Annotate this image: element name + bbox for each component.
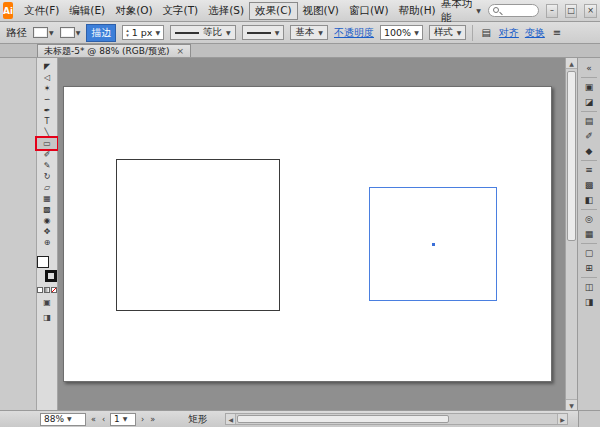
magic-wand-tool[interactable]: ✶ <box>37 83 57 94</box>
align-panel-link[interactable]: 对齐 <box>499 26 519 40</box>
scroll-up-icon[interactable]: ▲ <box>566 58 577 69</box>
lasso-tool[interactable]: ∽ <box>37 94 57 105</box>
menu-object[interactable]: 对象(O) <box>110 3 157 19</box>
document-tab[interactable]: 未标题-5* @ 88% (RGB/预览) × <box>37 44 191 57</box>
stroke-swatch-icon <box>60 27 75 38</box>
gradient-panel-icon[interactable]: ▩ <box>580 178 599 192</box>
align-panel-icon[interactable]: ◫ <box>580 280 599 294</box>
chevron-down-icon: ▼ <box>318 30 323 36</box>
menu-select[interactable]: 选择(S) <box>203 3 249 19</box>
symbols-panel-icon[interactable]: ◆ <box>580 144 599 158</box>
opacity-field[interactable]: 100% ▼ <box>380 25 423 40</box>
next-artboard-button[interactable]: › <box>140 415 145 424</box>
status-bar: 88% ▼ « ‹ 1 ▼ › » 矩形 ◀ ▶ <box>0 410 600 427</box>
direct-selection-tool[interactable]: ◁ <box>37 72 57 83</box>
shape-options-icon[interactable]: ▤ <box>479 27 492 38</box>
rectangle-shape-blue-selected[interactable] <box>369 187 497 301</box>
fill-color-swatch[interactable]: ▼ <box>33 27 54 38</box>
rectangle-tool[interactable]: ▭ <box>37 138 57 149</box>
close-button[interactable]: × <box>584 4 596 18</box>
panel-menu-icon[interactable]: ≡ <box>551 27 563 38</box>
control-bar: 路径 ▼ ▼ 描边 ▴▾ 1 px ▼ 等比 ▼ ▼ 基本 ▼ <box>0 22 600 44</box>
artboard[interactable] <box>63 86 552 382</box>
screen-mode-button[interactable]: ◨ <box>39 312 55 323</box>
minimize-button[interactable]: – <box>546 4 558 18</box>
swatches-panel-icon[interactable]: ▤ <box>580 114 599 128</box>
artboard-number-field[interactable]: 1 ▼ <box>110 413 136 426</box>
expand-dock-icon[interactable]: « <box>580 61 599 75</box>
stepper-icon[interactable]: ▴▾ <box>126 28 129 38</box>
brushes-panel-icon[interactable]: ✐ <box>580 129 599 143</box>
chevron-down-icon: ▼ <box>476 8 481 14</box>
last-artboard-button[interactable]: » <box>149 415 156 424</box>
workspace-switcher[interactable]: 基本功能 ▼ <box>441 0 481 25</box>
menubar-right: 基本功能 ▼ – □ × <box>441 0 600 25</box>
menu-type[interactable]: 文字(T) <box>158 3 204 19</box>
search-icon <box>493 7 499 13</box>
eyedropper-tool[interactable]: ◉ <box>37 215 57 226</box>
stroke-width-field[interactable]: ▴▾ 1 px ▼ <box>122 25 164 40</box>
draw-mode-button[interactable]: ▣ <box>39 297 55 308</box>
horizontal-scrollbar-thumb[interactable] <box>237 415 448 423</box>
scroll-down-icon[interactable]: ▼ <box>566 399 577 410</box>
pathfinder-panel-icon[interactable]: ◨ <box>580 295 599 309</box>
mesh-tool[interactable]: ▦ <box>37 193 57 204</box>
first-artboard-button[interactable]: « <box>90 415 97 424</box>
pen-tool[interactable]: ✒ <box>37 105 57 116</box>
scale-tool[interactable]: ▱ <box>37 182 57 193</box>
horizontal-scrollbar[interactable]: ◀ ▶ <box>225 413 568 425</box>
appearance-panel-icon[interactable]: ◎ <box>580 212 599 226</box>
hand-tool[interactable]: ✥ <box>37 226 57 237</box>
left-gutter <box>0 58 36 410</box>
search-input[interactable] <box>488 4 539 17</box>
stroke-color-swatch[interactable]: ▼ <box>60 27 81 38</box>
fill-color-well[interactable] <box>37 256 49 268</box>
menu-window[interactable]: 窗口(W) <box>344 3 394 19</box>
opacity-panel-link[interactable]: 不透明度 <box>334 26 374 40</box>
none-button[interactable] <box>51 287 57 293</box>
maximize-button[interactable]: □ <box>565 4 577 18</box>
paintbrush-tool[interactable]: ✐ <box>37 149 57 160</box>
app-logo-icon: Ai <box>3 2 13 19</box>
scroll-left-icon[interactable]: ◀ <box>226 414 236 424</box>
vertical-scrollbar[interactable]: ▲ ▼ <box>565 58 577 410</box>
stroke-panel-icon[interactable]: ≡ <box>580 163 599 177</box>
gradient-tool[interactable]: ▩ <box>37 204 57 215</box>
zoom-tool[interactable]: ⊕ <box>37 237 57 248</box>
rotate-tool[interactable]: ↻ <box>37 171 57 182</box>
zoom-level-field[interactable]: 88% ▼ <box>40 413 86 426</box>
pasteboard[interactable] <box>58 58 565 410</box>
color-panel-icon[interactable]: ▣ <box>580 80 599 94</box>
stroke-color-well[interactable] <box>45 270 57 282</box>
type-tool[interactable]: T <box>37 116 57 127</box>
divider <box>581 243 597 244</box>
pencil-tool[interactable]: ✎ <box>37 160 57 171</box>
rectangle-shape-black[interactable] <box>116 159 280 311</box>
tab-close-icon[interactable]: × <box>177 47 185 56</box>
line-segment-tool[interactable]: ╲ <box>37 127 57 138</box>
artboards-panel-icon[interactable]: ⊞ <box>580 261 599 275</box>
menu-edit[interactable]: 编辑(E) <box>64 3 110 19</box>
menu-help[interactable]: 帮助(H) <box>394 3 441 19</box>
brush-definition-dropdown[interactable]: 基本 ▼ <box>290 25 328 40</box>
transform-panel-link[interactable]: 变换 <box>525 26 545 40</box>
menu-effect[interactable]: 效果(C) <box>249 2 298 20</box>
color-guide-panel-icon[interactable]: ◪ <box>580 95 599 109</box>
vertical-scrollbar-thumb[interactable] <box>567 71 576 241</box>
scroll-right-icon[interactable]: ▶ <box>557 414 567 424</box>
stroke-style-dropdown[interactable]: ▼ <box>242 25 285 40</box>
menu-file[interactable]: 文件(F) <box>19 3 64 19</box>
current-tool-status: 矩形 <box>188 413 207 426</box>
graphic-styles-panel-icon[interactable]: ▦ <box>580 227 599 241</box>
layers-panel-icon[interactable]: ▢ <box>580 246 599 260</box>
gradient-button[interactable] <box>44 287 50 293</box>
stroke-preview-icon <box>175 32 199 34</box>
previous-artboard-button[interactable]: ‹ <box>101 415 106 424</box>
selection-tool[interactable]: ◤ <box>37 61 57 72</box>
stroke-panel-link[interactable]: 描边 <box>86 24 116 42</box>
menu-view[interactable]: 视图(V) <box>298 3 344 19</box>
color-button[interactable] <box>37 287 43 293</box>
transparency-panel-icon[interactable]: ◧ <box>580 193 599 207</box>
width-profile-dropdown[interactable]: 等比 ▼ <box>170 25 236 40</box>
style-dropdown[interactable]: 样式 ▼ <box>429 25 467 40</box>
